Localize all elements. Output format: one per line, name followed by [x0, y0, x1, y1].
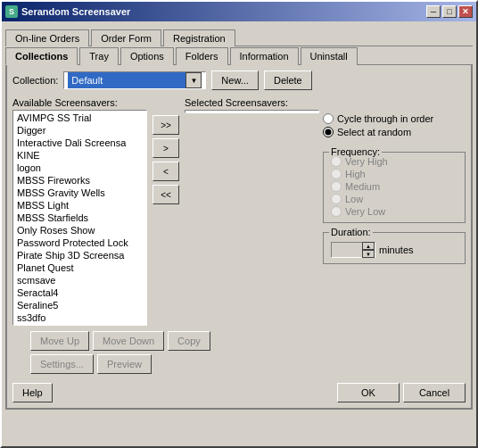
- preview-button[interactable]: Preview: [97, 354, 152, 374]
- list-item[interactable]: Interactive Dali Screensa: [14, 137, 145, 149]
- freq-medium-row: Medium: [331, 181, 457, 192]
- freq-high-radio: [331, 169, 342, 179]
- list-item[interactable]: Seractal4: [14, 286, 145, 299]
- minimize-button[interactable]: ─: [426, 5, 441, 18]
- new-button[interactable]: New...: [211, 71, 259, 90]
- freq-high-row: High: [331, 169, 457, 179]
- freq-low-label: Low: [345, 194, 363, 204]
- tab-collections[interactable]: Collections: [5, 47, 78, 65]
- collection-dropdown-arrow[interactable]: ▼: [185, 72, 202, 88]
- panel-body: Collection: Default ▼ New... Delete Avai…: [5, 65, 473, 410]
- add-one-button[interactable]: >: [152, 138, 179, 158]
- list-item[interactable]: Only Roses Show: [14, 224, 145, 236]
- spinner-up-button[interactable]: ▲: [362, 242, 375, 250]
- list-item[interactable]: Planet Quest: [14, 261, 145, 274]
- right-panel: Cycle through in order Select at random …: [323, 97, 466, 264]
- tab-uninstall[interactable]: Uninstall: [301, 47, 358, 65]
- main-window: S Serandom Screensaver ─ □ ✕ On-line Ord…: [0, 0, 478, 448]
- list-item[interactable]: MBSS Light: [14, 199, 145, 212]
- freq-low-radio: [331, 194, 342, 204]
- selected-label: Selected Screensavers:: [185, 97, 319, 108]
- list-item[interactable]: ss3dfo: [14, 311, 145, 324]
- duration-field[interactable]: [332, 245, 362, 255]
- list-item[interactable]: MBSS Starfields: [14, 212, 145, 224]
- list-item[interactable]: scmsave: [14, 274, 145, 286]
- remove-one-button[interactable]: <: [152, 162, 179, 181]
- freq-low-row: Low: [331, 194, 457, 204]
- tab-information[interactable]: Information: [230, 47, 299, 65]
- frequency-options: Very High High Medium: [331, 156, 457, 217]
- maximize-button[interactable]: □: [442, 5, 457, 18]
- main-area: Available Screensavers: AVIMPG SS Trial …: [12, 97, 466, 326]
- cycle-order-radio[interactable]: [323, 113, 334, 124]
- collection-value: Default: [68, 72, 185, 88]
- window-title: Serandom Screensaver: [21, 6, 130, 17]
- collection-label: Collection:: [12, 75, 58, 86]
- add-all-button[interactable]: >>: [152, 115, 179, 135]
- list-item[interactable]: Pirate Ship 3D Screensa: [14, 249, 145, 261]
- spinner-down-button[interactable]: ▼: [362, 250, 375, 258]
- cycle-order-row: Cycle through in order: [323, 113, 466, 124]
- spinner-buttons: ▲ ▼: [362, 242, 375, 258]
- tab-options[interactable]: Options: [120, 47, 174, 65]
- freq-very-low-label: Very Low: [345, 206, 385, 217]
- frequency-title: Frequency:: [329, 146, 382, 157]
- freq-very-low-radio: [331, 206, 342, 217]
- freq-high-label: High: [345, 169, 366, 179]
- selected-listbox[interactable]: [185, 110, 319, 113]
- duration-row: ▲ ▼ minutes: [331, 242, 457, 258]
- tab-row-2: Collections Tray Options Folders Informa…: [5, 46, 473, 65]
- collection-row: Collection: Default ▼ New... Delete: [12, 71, 466, 90]
- delete-button[interactable]: Delete: [264, 71, 312, 90]
- settings-button[interactable]: Settings...: [30, 354, 94, 374]
- list-item[interactable]: Seraline5: [14, 299, 145, 311]
- tab-row-1: On-line Orders Order Form Registration: [5, 29, 473, 46]
- freq-very-high-radio: [331, 156, 342, 167]
- random-order-label: Select at random: [337, 127, 411, 137]
- ok-cancel-group: OK Cancel: [337, 383, 466, 402]
- tab-order-form[interactable]: Order Form: [91, 29, 161, 46]
- available-section: Available Screensavers: AVIMPG SS Trial …: [12, 97, 147, 326]
- list-item[interactable]: Password Protected Lock: [14, 236, 145, 249]
- list-item[interactable]: KINE: [14, 149, 145, 162]
- tab-online-orders[interactable]: On-line Orders: [5, 29, 89, 46]
- duration-title: Duration:: [329, 227, 373, 237]
- minutes-label: minutes: [379, 245, 414, 255]
- bottom-buttons-row1: Move Up Move Down Copy: [12, 331, 466, 351]
- list-item[interactable]: AVIMPG SS Trial: [14, 112, 145, 124]
- final-row: Help OK Cancel: [12, 383, 466, 402]
- tab-tray[interactable]: Tray: [79, 47, 119, 65]
- content-area: On-line Orders Order Form Registration C…: [2, 21, 476, 413]
- freq-very-high-row: Very High: [331, 156, 457, 167]
- move-down-button[interactable]: Move Down: [93, 331, 164, 351]
- available-label: Available Screensavers:: [12, 97, 147, 108]
- random-order-radio[interactable]: [323, 127, 334, 137]
- cycle-order-label: Cycle through in order: [337, 113, 433, 124]
- freq-medium-label: Medium: [345, 181, 380, 192]
- cancel-button[interactable]: Cancel: [403, 383, 466, 402]
- selected-section: Selected Screensavers:: [185, 97, 319, 113]
- duration-groupbox: Duration: ▲ ▼ minutes: [323, 232, 466, 264]
- collection-dropdown[interactable]: Default ▼: [63, 71, 206, 89]
- order-radio-group: Cycle through in order Select at random: [323, 113, 466, 137]
- close-button[interactable]: ✕: [458, 5, 473, 18]
- tab-registration[interactable]: Registration: [163, 29, 235, 46]
- available-listbox-inner: AVIMPG SS Trial Digger Interactive Dali …: [13, 111, 146, 325]
- freq-very-low-row: Very Low: [331, 206, 457, 217]
- move-up-button[interactable]: Move Up: [30, 331, 89, 351]
- available-listbox[interactable]: AVIMPG SS Trial Digger Interactive Dali …: [12, 110, 147, 326]
- remove-all-button[interactable]: <<: [152, 185, 179, 204]
- copy-button[interactable]: Copy: [168, 331, 210, 351]
- list-item[interactable]: MBSS Fireworks: [14, 174, 145, 187]
- list-item[interactable]: logon: [14, 162, 145, 174]
- duration-spinner[interactable]: ▲ ▼: [331, 242, 375, 258]
- help-button[interactable]: Help: [12, 383, 53, 402]
- tab-folders[interactable]: Folders: [176, 47, 228, 65]
- transfer-buttons: >> > < <<: [151, 97, 181, 204]
- list-item[interactable]: MBSS Gravity Wells: [14, 187, 145, 199]
- ok-button[interactable]: OK: [337, 383, 400, 402]
- random-order-row: Select at random: [323, 127, 466, 137]
- list-item[interactable]: Digger: [14, 124, 145, 137]
- app-icon: S: [5, 5, 18, 18]
- freq-very-high-label: Very High: [345, 156, 388, 167]
